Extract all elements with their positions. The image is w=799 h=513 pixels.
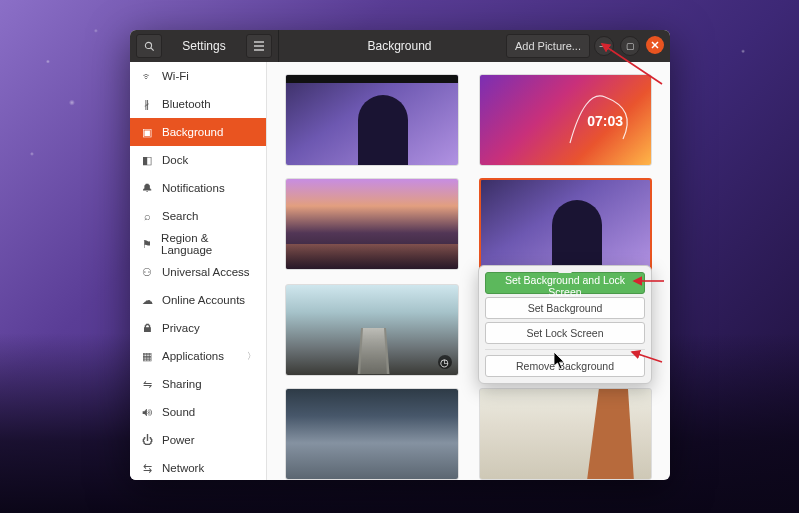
wallpaper-thumb[interactable] xyxy=(285,388,459,480)
sidebar-item-sharing[interactable]: ⇋ Sharing xyxy=(130,370,266,398)
cursor-icon xyxy=(554,352,566,370)
sidebar-item-universal-access[interactable]: ⚇ Universal Access xyxy=(130,258,266,286)
separator xyxy=(485,349,645,350)
power-icon: ⏻ xyxy=(140,434,154,446)
sidebar-item-label: Sharing xyxy=(162,378,202,390)
dock-icon: ◧ xyxy=(140,154,154,167)
wallpaper-thumb[interactable]: ◷ xyxy=(285,284,459,376)
sidebar-item-applications[interactable]: ▦ Applications 〉 xyxy=(130,342,266,370)
sidebar-item-wifi[interactable]: ᯤ Wi-Fi xyxy=(130,62,266,90)
chevron-right-icon: 〉 xyxy=(247,350,256,363)
titlebar: Settings Background Add Picture... — ▢ xyxy=(130,30,670,62)
set-lock-screen-button[interactable]: Set Lock Screen xyxy=(485,322,645,344)
search-icon: ⌕ xyxy=(140,210,154,222)
hamburger-menu-icon[interactable] xyxy=(246,34,272,58)
sidebar-item-label: Region & Language xyxy=(161,232,256,256)
sidebar-item-label: Applications xyxy=(162,350,224,362)
accessibility-icon: ⚇ xyxy=(140,266,154,279)
wallpaper-thumb[interactable] xyxy=(285,178,459,270)
cloud-icon: ☁ xyxy=(140,294,154,307)
sidebar-item-online-accounts[interactable]: ☁ Online Accounts xyxy=(130,286,266,314)
annotation-arrow xyxy=(628,348,664,366)
background-icon: ▣ xyxy=(140,126,154,139)
sidebar-item-network[interactable]: ⇆ Network xyxy=(130,454,266,480)
sidebar-item-label: Bluetooth xyxy=(162,98,211,110)
sidebar-item-notifications[interactable]: 🔔︎ Notifications xyxy=(130,174,266,202)
search-icon[interactable] xyxy=(136,34,162,58)
bell-icon: 🔔︎ xyxy=(140,182,154,194)
svg-line-1 xyxy=(150,47,153,50)
svg-line-9 xyxy=(632,352,662,362)
apps-icon: ▦ xyxy=(140,350,154,363)
sidebar-item-label: Network xyxy=(162,462,204,474)
sound-icon: 🔊︎ xyxy=(140,406,154,418)
wallpaper-thumb-selected[interactable] xyxy=(479,178,653,272)
sidebar-item-label: Privacy xyxy=(162,322,200,334)
wallpaper-clock-time: 07:03 xyxy=(587,113,623,129)
set-background-button[interactable]: Set Background xyxy=(485,297,645,319)
annotation-arrow xyxy=(630,276,666,286)
sidebar-item-label: Notifications xyxy=(162,182,225,194)
lock-icon: 🔒︎ xyxy=(140,322,154,334)
sidebar-item-label: Universal Access xyxy=(162,266,250,278)
svg-point-0 xyxy=(145,42,151,48)
sidebar: ᯤ Wi-Fi ∦ Bluetooth ▣ Background ◧ Dock … xyxy=(130,62,267,480)
sidebar-item-power[interactable]: ⏻ Power xyxy=(130,426,266,454)
sidebar-item-region[interactable]: ⚑ Region & Language xyxy=(130,230,266,258)
globe-icon: ⚑ xyxy=(140,238,153,251)
sidebar-item-label: Online Accounts xyxy=(162,294,245,306)
sidebar-item-label: Sound xyxy=(162,406,195,418)
set-background-and-lock-button[interactable]: Set Background and Lock Screen xyxy=(485,272,645,294)
network-icon: ⇆ xyxy=(140,462,154,475)
bluetooth-icon: ∦ xyxy=(140,98,154,111)
settings-window: Settings Background Add Picture... — ▢ ᯤ… xyxy=(130,30,670,480)
wallpaper-thumb[interactable] xyxy=(479,388,653,480)
sidebar-item-bluetooth[interactable]: ∦ Bluetooth xyxy=(130,90,266,118)
sidebar-item-label: Background xyxy=(162,126,223,138)
settings-title: Settings xyxy=(166,39,242,53)
sidebar-item-privacy[interactable]: 🔒︎ Privacy xyxy=(130,314,266,342)
titlebar-left: Settings xyxy=(130,30,279,62)
wifi-icon: ᯤ xyxy=(140,70,154,82)
sidebar-item-label: Power xyxy=(162,434,195,446)
share-icon: ⇋ xyxy=(140,378,154,391)
sidebar-item-search[interactable]: ⌕ Search xyxy=(130,202,266,230)
sidebar-item-sound[interactable]: 🔊︎ Sound xyxy=(130,398,266,426)
sidebar-item-dock[interactable]: ◧ Dock xyxy=(130,146,266,174)
sidebar-item-label: Search xyxy=(162,210,198,222)
wallpaper-thumb[interactable] xyxy=(285,74,459,166)
svg-line-7 xyxy=(602,44,662,84)
sidebar-item-label: Wi-Fi xyxy=(162,70,189,82)
sidebar-item-background[interactable]: ▣ Background xyxy=(130,118,266,146)
panel-title: Background xyxy=(297,39,502,53)
annotation-arrow xyxy=(596,38,666,88)
add-picture-button[interactable]: Add Picture... xyxy=(506,34,590,58)
slideshow-indicator-icon: ◷ xyxy=(438,355,452,369)
sidebar-item-label: Dock xyxy=(162,154,188,166)
